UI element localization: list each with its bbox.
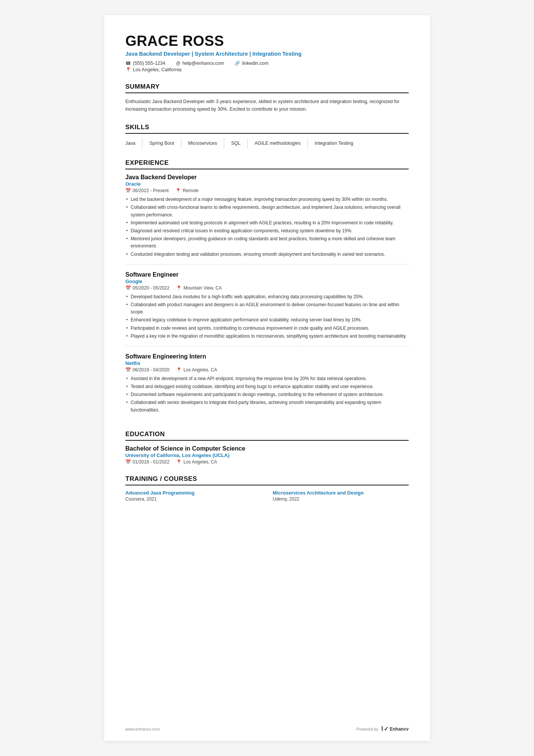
calendar-icon: 📅 [125,285,131,291]
bullet-item: Implemented automated unit testing proto… [125,219,409,227]
exp-date: 📅 06/2022 - Present [125,188,169,193]
exp-bullets: Led the backend development of a major m… [125,196,409,258]
phone-contact: ☎ (555) 555-1234 [125,61,165,66]
experience-entry: Software Engineering InternNetflix 📅 06/… [125,353,409,420]
exp-location: 📍 Mountain View, CA [176,285,222,291]
skill-item: SQL [231,138,248,149]
email-address: help@enhancv.com [183,61,224,66]
candidate-name: GRACE ROSS [125,33,409,49]
email-icon: @ [176,61,180,66]
experience-entry: Java Backend DeveloperOracle 📅 06/2022 -… [125,174,409,265]
edu-date: 📅 01/2018 - 01/2022 [125,459,169,465]
exp-location: 📍 Los Angeles, CA [176,367,217,373]
edu-location: 📍 Los Angeles, CA [176,459,217,465]
footer-powered: Powered by ⌇✓ Enhancv [356,725,409,733]
exp-bullets: Developed backend Java modules for a hig… [125,293,409,340]
bullet-item: Enhanced legacy codebase to improve appl… [125,316,409,324]
bullet-item: Played a key role in the migration of mo… [125,333,409,340]
experience-entry: Software EngineerGoogle 📅 05/2020 - 05/2… [125,271,409,346]
edu-meta: 📅 01/2018 - 01/2022 📍 Los Angeles, CA [125,459,409,465]
degree-title: Bachelor of Science in Computer Science [125,445,409,452]
job-title: Software Engineer [125,271,409,278]
bullet-item: Participated in code reviews and sprints… [125,325,409,332]
company-name: Google [125,279,409,284]
training-item-title: Microservices Architecture and Design [273,490,409,496]
enhancv-logo: ⌇✓ Enhancv [381,725,409,733]
exp-meta: 📅 06/2019 - 04/2020 📍 Los Angeles, CA [125,367,409,373]
calendar-icon: 📅 [125,367,131,373]
email-contact: @ help@enhancv.com [176,61,224,66]
skill-item: Spring Boot [149,138,181,149]
pin-icon: 📍 [175,188,181,193]
job-title: Software Engineering Intern [125,353,409,360]
training-item-title: Advanced Java Programming [125,490,261,496]
bullet-item: Documented software requirements and par… [125,391,409,398]
exp-date: 📅 05/2020 - 05/2022 [125,285,169,291]
powered-by-label: Powered by [356,727,378,731]
exp-meta: 📅 06/2022 - Present 📍 Remote [125,188,409,193]
calendar-icon: 📅 [125,188,131,193]
experience-title: EXPERIENCE [125,159,409,169]
experience-entries: Java Backend DeveloperOracle 📅 06/2022 -… [125,174,409,420]
experience-section: EXPERIENCE Java Backend DeveloperOracle … [125,159,409,420]
bullet-item: Assisted in the development of a new API… [125,375,409,382]
bullet-item: Diagnosed and resolved critical issues i… [125,227,409,235]
header-section: GRACE ROSS Java Backend Developer | Syst… [125,33,409,72]
pin-icon: 📍 [176,285,182,291]
linkedin-url: linkedin.com [242,61,268,66]
exp-bullets: Assisted in the development of a new API… [125,375,409,414]
bullet-item: Mentored junior developers, providing gu… [125,235,409,250]
skill-item: AGILE methodologies [255,138,308,149]
logo-icon: ⌇✓ [381,725,389,733]
school-name: University of California, Los Angeles (U… [125,452,409,458]
linkedin-contact: 🔗 linkedin.com [234,61,268,66]
resume-container: GRACE ROSS Java Backend Developer | Syst… [104,15,430,741]
location-icon: 📍 [125,67,131,72]
skills-title: SKILLS [125,124,409,134]
education-section: EDUCATION Bachelor of Science in Compute… [125,430,409,465]
education-title: EDUCATION [125,430,409,441]
skills-section: SKILLS JavaSpring BootMicroservicesSQLAG… [125,124,409,149]
summary-title: SUMMARY [125,83,409,93]
location-text: Los Angeles, California [133,67,181,72]
exp-location: 📍 Remote [175,188,198,193]
address-row: 📍 Los Angeles, California [125,67,409,72]
bullet-item: Collaborated with senior developers to i… [125,399,409,413]
skills-row: JavaSpring BootMicroservicesSQLAGILE met… [125,138,409,149]
training-grid: Advanced Java ProgrammingCoursera, 2021M… [125,490,409,502]
summary-text: Enthusiastic Java Backend Developer with… [125,98,409,113]
skill-item: Microservices [188,138,224,149]
training-item: Advanced Java ProgrammingCoursera, 2021 [125,490,261,502]
education-entries: Bachelor of Science in Computer ScienceU… [125,445,409,465]
bullet-item: Collaborated with product managers and d… [125,301,409,316]
training-item-sub: Udemy, 2022 [273,496,409,502]
bullet-item: Collaborated with cross-functional teams… [125,204,409,218]
link-icon: 🔗 [234,61,240,66]
contact-row: ☎ (555) 555-1234 @ help@enhancv.com 🔗 li… [125,61,409,66]
exp-date: 📅 06/2019 - 04/2020 [125,367,169,373]
training-section: TRAINING / COURSES Advanced Java Program… [125,475,409,502]
bullet-item: Conducted integration testing and valida… [125,251,409,258]
company-name: Netflix [125,360,409,366]
education-entry: Bachelor of Science in Computer ScienceU… [125,445,409,465]
footer-website: www.enhancv.com [125,727,160,731]
training-item: Microservices Architecture and DesignUde… [273,490,409,502]
pin-icon: 📍 [176,459,182,465]
candidate-title: Java Backend Developer | System Architec… [125,51,409,57]
job-title: Java Backend Developer [125,174,409,181]
training-title: TRAINING / COURSES [125,475,409,485]
bullet-item: Led the backend development of a major m… [125,196,409,203]
phone-number: (555) 555-1234 [133,61,165,66]
bullet-item: Tested and debugged existing codebase, i… [125,383,409,390]
exp-meta: 📅 05/2020 - 05/2022 📍 Mountain View, CA [125,285,409,291]
footer: www.enhancv.com Powered by ⌇✓ Enhancv [125,725,409,733]
skill-item: Integration Testing [315,138,360,149]
calendar-icon: 📅 [125,459,131,465]
training-item-sub: Coursera, 2021 [125,496,261,502]
brand-name: Enhancv [390,726,409,732]
company-name: Oracle [125,181,409,187]
phone-icon: ☎ [125,61,131,66]
skill-item: Java [125,138,142,149]
bullet-item: Developed backend Java modules for a hig… [125,293,409,301]
summary-section: SUMMARY Enthusiastic Java Backend Develo… [125,83,409,113]
